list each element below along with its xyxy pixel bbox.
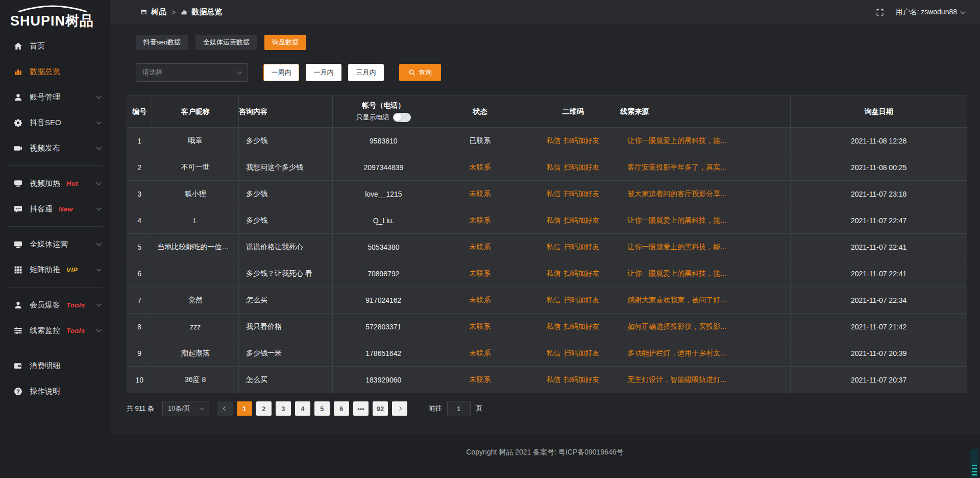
cell-source: 被大家追着问的客厅投影分享... — [620, 181, 791, 207]
source-link[interactable]: 被大家追着问的客厅投影分享... — [627, 189, 726, 198]
source-link[interactable]: 如何正确选择投影仪，买投影... — [627, 322, 726, 330]
scan-add-friend-link[interactable]: 扫码加好友 — [564, 216, 599, 224]
scan-add-friend-link[interactable]: 扫码加好友 — [564, 349, 599, 357]
dm-link[interactable]: 私信 — [546, 322, 560, 330]
scan-add-friend-link[interactable]: 扫码加好友 — [564, 163, 599, 171]
next-page-button[interactable] — [392, 401, 407, 416]
sidebar-item-video-publish[interactable]: 视频发布 — [0, 135, 110, 161]
sidebar-item-instructions[interactable]: 操作说明 — [0, 378, 110, 404]
status-text: 未联系 — [470, 296, 491, 304]
table-header-row: 编号 客户昵称 咨询内容 帐号（电话） 只显示电话 状态 二维码 线索来源 询盘… — [127, 96, 967, 128]
page-button-1[interactable]: 1 — [237, 401, 252, 416]
page-ellipsis[interactable]: ••• — [353, 401, 369, 416]
page-button-4[interactable]: 4 — [295, 401, 310, 416]
floating-widget[interactable] — [970, 449, 978, 477]
app-root: SHUPIN树品 首页 数据总览 账号管理 抖音SEO — [0, 0, 980, 478]
status-text: 未联系 — [470, 243, 491, 251]
filter-select[interactable]: 请选择 — [136, 63, 248, 82]
dm-link[interactable]: 私信 — [546, 296, 560, 304]
scan-add-friend-link[interactable]: 扫码加好友 — [564, 322, 599, 330]
sidebar-item-lead-monitoring[interactable]: 线索监控 Tools — [0, 318, 110, 343]
scan-add-friend-link[interactable]: 扫码加好友 — [564, 243, 599, 251]
dm-link[interactable]: 私信 — [546, 375, 560, 384]
sidebar-item-label: 消费明细 — [30, 361, 60, 371]
source-link[interactable]: 客厅安装投影半年多了，真实... — [627, 163, 726, 171]
scan-add-friend-link[interactable]: 扫码加好友 — [564, 296, 599, 304]
goto-page-input[interactable] — [447, 401, 471, 416]
breadcrumb-root[interactable]: 树品 — [151, 7, 166, 17]
vip-badge: VIP — [66, 266, 78, 274]
chat-bubble-icon — [14, 205, 22, 213]
scan-add-friend-link[interactable]: 扫码加好友 — [564, 269, 599, 277]
scan-add-friend-link[interactable]: 扫码加好友 — [564, 189, 599, 198]
source-link[interactable]: 让你一眼就爱上的黑科技，能... — [627, 269, 726, 277]
page-button-2[interactable]: 2 — [256, 401, 272, 416]
page-button-6[interactable]: 6 — [334, 401, 349, 416]
source-link[interactable]: 感谢大家喜欢我家，被问了好... — [627, 296, 726, 304]
dm-link[interactable]: 私信 — [546, 269, 560, 277]
sidebar-item-member-baoke[interactable]: 会员爆客 Tools — [0, 292, 110, 318]
cell-nickname: 36度 8 — [152, 367, 239, 393]
dm-link[interactable]: 私信 — [546, 349, 560, 357]
tab-omnimedia-data[interactable]: 全媒体运营数据 — [195, 35, 257, 50]
period-one-month-button[interactable]: 一月内 — [306, 64, 341, 81]
sidebar-item-video-heating[interactable]: 视频加热 Hot — [0, 171, 110, 196]
scan-add-friend-link[interactable]: 扫码加好友 — [564, 136, 599, 145]
status-text: 未联系 — [470, 269, 491, 277]
source-link[interactable]: 让你一眼就爱上的黑科技，能... — [627, 243, 726, 251]
source-link[interactable]: 让你一眼就爱上的黑科技，能... — [627, 216, 726, 224]
sidebar-item-douketong[interactable]: 抖客通 New — [0, 196, 110, 222]
copyright-text: Copyright 树品 2021 备案号: 粤ICP备09019646号 — [466, 448, 623, 478]
dm-link[interactable]: 私信 — [546, 216, 560, 224]
question-circle-icon — [14, 387, 22, 396]
sidebar-item-data-overview[interactable]: 数据总览 — [0, 59, 110, 84]
cell-nickname: 当地比较能吃的一位美女 — [152, 234, 239, 260]
chevron-down-icon — [96, 180, 102, 185]
user-menu[interactable]: 用户名: zswodun88 — [895, 8, 965, 17]
dm-link[interactable]: 私信 — [546, 163, 560, 171]
dm-link[interactable]: 私信 — [546, 189, 560, 198]
sidebar-item-expense-details[interactable]: 消费明细 — [0, 353, 110, 378]
phone-only-toggle[interactable] — [393, 113, 411, 122]
page-button-92[interactable]: 92 — [373, 401, 388, 416]
query-button[interactable]: 查询 — [399, 64, 441, 81]
sidebar: SHUPIN树品 首页 数据总览 账号管理 抖音SEO — [0, 0, 110, 478]
source-link[interactable]: 让你一眼就爱上的黑科技，能... — [627, 136, 726, 145]
page-button-5[interactable]: 5 — [314, 401, 330, 416]
period-one-week-button[interactable]: 一周内 — [263, 64, 299, 81]
fullscreen-icon[interactable] — [876, 8, 884, 16]
period-three-months-button[interactable]: 三月内 — [348, 64, 384, 81]
prev-page-button[interactable] — [217, 401, 233, 416]
sidebar-item-label: 会员爆客 — [30, 300, 60, 310]
cell-status: 已联系 — [434, 128, 526, 154]
sidebar-item-matrix-boost[interactable]: 矩阵助推 VIP — [0, 257, 110, 282]
scan-add-friend-link[interactable]: 扫码加好友 — [564, 375, 599, 384]
sidebar-item-omnimedia-operation[interactable]: 全媒体运营 — [0, 231, 110, 257]
dm-link[interactable]: 私信 — [546, 243, 560, 251]
page-size-select[interactable]: 10条/页 — [162, 401, 209, 416]
cell-nickname: 觉然 — [152, 287, 239, 314]
cell-source: 客厅安装投影半年多了，真实... — [620, 154, 791, 181]
col-header-content: 咨询内容 — [238, 96, 332, 128]
tab-inquiry-data[interactable]: 询盘数据 — [264, 35, 306, 50]
sidebar-item-label: 矩阵助推 — [30, 265, 60, 275]
page-button-3[interactable]: 3 — [276, 401, 291, 416]
tab-douyin-seo-data[interactable]: 抖音seo数据 — [136, 35, 188, 50]
source-link[interactable]: 无主灯设计，智能磁吸轨道灯... — [627, 375, 726, 384]
cell-source: 让你一眼就爱上的黑科技，能... — [620, 128, 791, 154]
cell-qrcode: 私信扫码加好友 — [526, 367, 620, 393]
chevron-down-icon — [96, 119, 102, 124]
home-icon — [14, 42, 22, 51]
dm-link[interactable]: 私信 — [546, 136, 560, 145]
sidebar-item-account-management[interactable]: 账号管理 — [0, 84, 110, 110]
source-link[interactable]: 多功能护栏灯，适用于乡村文... — [627, 349, 726, 357]
sidebar-item-douyin-seo[interactable]: 抖音SEO — [0, 110, 110, 135]
sidebar-item-label: 数据总览 — [30, 67, 60, 77]
cell-date: 2021-11-07 22:34 — [791, 287, 967, 314]
cell-qrcode: 私信扫码加好友 — [526, 181, 620, 207]
cell-content: 怎么买 — [238, 367, 332, 393]
inquiry-table: 编号 客户昵称 咨询内容 帐号（电话） 只显示电话 状态 二维码 线索来源 询盘… — [127, 95, 967, 393]
cell-date: 2021-11-07 22:41 — [791, 234, 967, 260]
cell-date: 2021-11-08 12:28 — [791, 128, 967, 154]
sidebar-item-home[interactable]: 首页 — [0, 33, 110, 59]
